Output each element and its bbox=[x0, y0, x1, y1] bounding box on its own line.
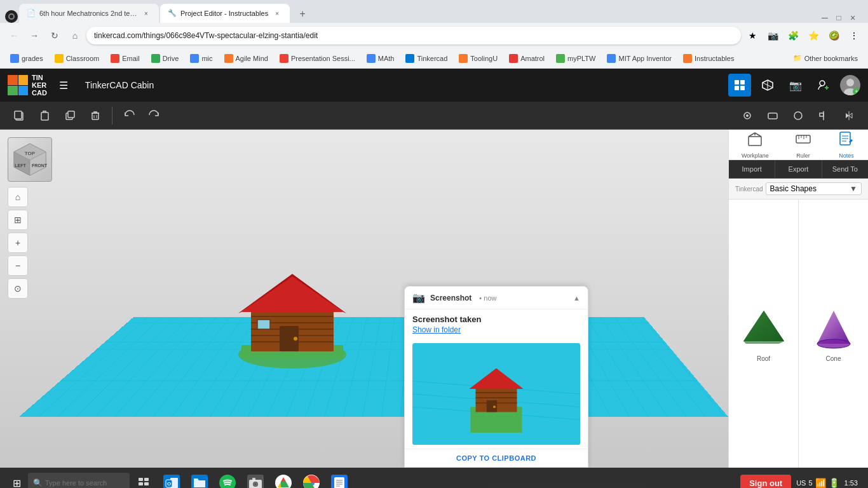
bookmark-email[interactable]: Email bbox=[105, 51, 145, 66]
add-user-button[interactable] bbox=[812, 74, 835, 97]
bookmark-instructables[interactable]: Instructables bbox=[678, 51, 739, 66]
view-tools-button-3[interactable] bbox=[787, 104, 810, 127]
tinkercad-favicon bbox=[405, 54, 414, 63]
zoom-in-button[interactable]: + bbox=[8, 233, 28, 253]
more-menu[interactable]: ⋮ bbox=[845, 27, 863, 44]
redo-icon bbox=[149, 110, 160, 121]
notes-button[interactable]: Notes bbox=[835, 128, 858, 161]
bookmark-math[interactable]: MAth bbox=[362, 51, 400, 66]
taskbar-app-camera[interactable] bbox=[241, 469, 269, 488]
home-button[interactable]: ⌂ bbox=[66, 27, 84, 44]
sign-out-button[interactable]: Sign out bbox=[740, 475, 791, 489]
export-button[interactable]: Export bbox=[775, 160, 822, 178]
taskbar-search-input[interactable] bbox=[45, 479, 125, 487]
start-button[interactable]: ⊞ bbox=[5, 471, 28, 488]
taskbar-app-spotify[interactable] bbox=[214, 469, 241, 488]
minimize-button[interactable]: ─ bbox=[820, 13, 830, 23]
camera-view-button[interactable]: ⊙ bbox=[8, 278, 28, 299]
import-button[interactable]: Import bbox=[729, 160, 775, 178]
bookmark-tinkercad[interactable]: Tinkercad bbox=[400, 51, 452, 66]
taskbar-app-drive[interactable] bbox=[269, 469, 297, 488]
cabin-model[interactable] bbox=[229, 256, 356, 372]
url-input[interactable] bbox=[86, 27, 741, 44]
taskbar-search[interactable]: 🔍 bbox=[28, 473, 130, 488]
send-to-button[interactable]: Send To bbox=[822, 160, 868, 178]
thumbnail-preview bbox=[412, 343, 580, 445]
workplane-button[interactable]: Workplane bbox=[739, 128, 771, 161]
bookmark-classroom[interactable]: Classroom bbox=[50, 51, 105, 66]
tab-close-1[interactable]: × bbox=[141, 8, 151, 18]
duplicate-button[interactable] bbox=[58, 104, 81, 127]
svg-point-37 bbox=[294, 337, 297, 341]
taskbar-app-chrome[interactable] bbox=[297, 469, 325, 488]
view-tools-button-4[interactable] bbox=[812, 104, 835, 127]
taskbar-app-outlook[interactable]: O bbox=[158, 469, 186, 488]
paste-icon bbox=[39, 110, 50, 121]
delete-button[interactable] bbox=[84, 104, 107, 127]
ruler-button[interactable]: Ruler bbox=[792, 128, 815, 161]
maximize-button[interactable]: □ bbox=[834, 13, 844, 23]
shape-item-cone[interactable]: Cone bbox=[799, 200, 868, 468]
canvas-3d[interactable]: TOP LEFT FRONT ⌂ ⊞ + − ⊙ bbox=[0, 130, 728, 468]
tab-project-editor[interactable]: 🔧 Project Editor - Instructables × bbox=[160, 4, 290, 23]
tab-close-2[interactable]: × bbox=[272, 8, 282, 18]
user-add-icon bbox=[817, 79, 830, 92]
camera-button[interactable]: 📷 bbox=[784, 74, 807, 97]
notes-svg bbox=[837, 130, 855, 148]
spotify-icon bbox=[219, 475, 236, 488]
other-bookmarks[interactable]: 📁 Other bookmarks bbox=[788, 51, 863, 66]
bookmark-agilemind[interactable]: Agile Mind bbox=[219, 51, 273, 66]
canvas-area[interactable]: TOP LEFT FRONT ⌂ ⊞ + − ⊙ bbox=[0, 130, 728, 468]
new-tab-button[interactable]: + bbox=[294, 5, 311, 23]
tab-mechatronics[interactable]: 📄 6th hour Mechatronics 2nd tem... × bbox=[19, 4, 159, 23]
bookmark-presentation[interactable]: Presentation Sessi... bbox=[275, 51, 360, 66]
view-cube-face[interactable]: TOP LEFT FRONT bbox=[8, 137, 52, 182]
back-button[interactable]: ← bbox=[5, 27, 23, 44]
home-view-button[interactable]: ⌂ bbox=[8, 187, 28, 207]
show-in-folder-link[interactable]: Show in folder bbox=[412, 325, 580, 334]
copy-button[interactable] bbox=[8, 104, 31, 127]
view-cube[interactable]: TOP LEFT FRONT bbox=[8, 137, 52, 182]
shapes-selector[interactable]: Basic Shapes ▼ bbox=[766, 182, 862, 195]
bookmark-mit-app-inventor[interactable]: MIT App Inventor bbox=[602, 51, 677, 66]
view-tools-button-2[interactable] bbox=[761, 104, 784, 127]
taskbar-app-docs[interactable] bbox=[325, 469, 353, 488]
redo-button[interactable] bbox=[143, 104, 166, 127]
grid-view-button[interactable] bbox=[728, 74, 751, 97]
drive-favicon bbox=[151, 54, 160, 63]
bookmark-toolingu[interactable]: ToolingU bbox=[454, 51, 503, 66]
user-avatar[interactable]: + bbox=[840, 75, 860, 95]
logo-quadrant-2 bbox=[18, 75, 29, 85]
shape-item-roof[interactable]: Roof bbox=[729, 200, 798, 468]
undo-button[interactable] bbox=[118, 104, 140, 127]
menu-button[interactable]: ☰ bbox=[52, 74, 75, 97]
bookmark-mic[interactable]: mic bbox=[185, 51, 217, 66]
logo-square bbox=[8, 75, 28, 95]
svg-point-58 bbox=[493, 405, 496, 408]
copy-to-clipboard-button[interactable]: COPY TO CLIPBOARD bbox=[456, 454, 536, 462]
forward-button[interactable]: → bbox=[25, 27, 43, 44]
fit-view-button[interactable]: ⊞ bbox=[8, 210, 28, 230]
extension-kiwi[interactable]: 🥝 bbox=[825, 27, 843, 44]
bookmark-mypltw[interactable]: myPLTW bbox=[551, 51, 600, 66]
notification-expand[interactable]: ▲ bbox=[573, 294, 580, 302]
extension-puzzle[interactable]: 🧩 bbox=[784, 27, 802, 44]
view-tools-button-1[interactable] bbox=[736, 104, 759, 127]
bookmark-star[interactable]: ★ bbox=[743, 27, 761, 44]
taskbar-app-files[interactable] bbox=[186, 469, 214, 488]
refresh-button[interactable]: ↻ bbox=[46, 27, 64, 44]
extension-coil[interactable]: ⭐ bbox=[804, 27, 822, 44]
email-favicon bbox=[111, 54, 119, 63]
tinkercad-logo[interactable]: TIN KER CAD bbox=[8, 74, 47, 97]
bookmark-grades[interactable]: grades bbox=[5, 51, 48, 66]
bookmark-amatrol[interactable]: Amatrol bbox=[504, 51, 550, 66]
screenshot-action[interactable]: 📷 bbox=[764, 27, 782, 44]
bookmark-drive[interactable]: Drive bbox=[146, 51, 184, 66]
view-tools-button-5[interactable] bbox=[837, 104, 860, 127]
close-window-button[interactable]: × bbox=[848, 13, 858, 23]
task-view-button[interactable] bbox=[130, 469, 158, 488]
zoom-out-button[interactable]: − bbox=[8, 255, 28, 276]
undo-icon bbox=[123, 110, 135, 121]
paste-button[interactable] bbox=[33, 104, 56, 127]
3d-view-button[interactable] bbox=[756, 74, 779, 97]
